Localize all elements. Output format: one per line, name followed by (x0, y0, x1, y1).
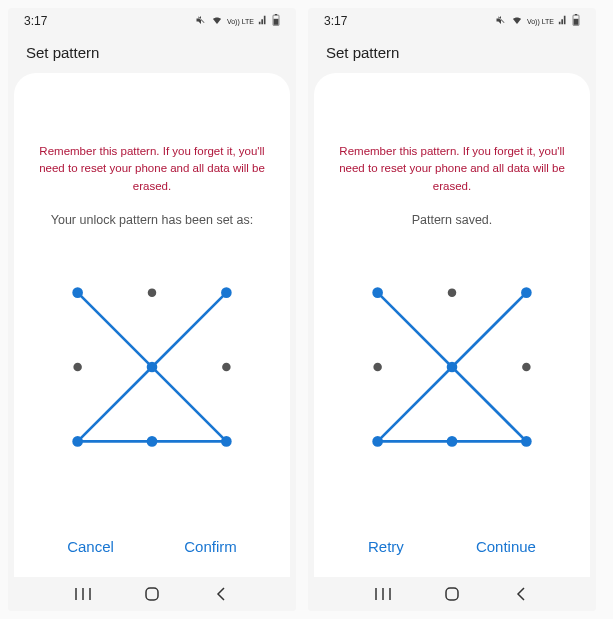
wifi-icon (511, 14, 523, 28)
navigation-bar (8, 577, 296, 611)
clock: 3:17 (24, 14, 47, 28)
page-title: Set pattern (308, 34, 596, 67)
pattern-grid[interactable] (67, 282, 237, 452)
signal-icon (558, 15, 568, 27)
pattern-node-8[interactable] (521, 436, 532, 447)
pattern-node-0[interactable] (72, 287, 83, 298)
pattern-node-1[interactable] (148, 288, 157, 297)
page-title: Set pattern (8, 34, 296, 67)
pattern-node-3[interactable] (73, 363, 82, 372)
pattern-node-4[interactable] (447, 361, 458, 372)
content-card: Remember this pattern. If you forget it,… (314, 73, 590, 577)
battery-icon (272, 14, 280, 28)
warning-text: Remember this pattern. If you forget it,… (32, 143, 272, 195)
status-icons: Vo)) LTE (195, 14, 280, 28)
mute-icon (195, 14, 207, 28)
status-message: Your unlock pattern has been set as: (32, 213, 272, 227)
status-message: Pattern saved. (332, 213, 572, 227)
home-icon[interactable] (443, 585, 461, 603)
phone-screen-1: 3:17 Vo)) LTE Set pattern Remember this … (8, 8, 296, 611)
status-icons: Vo)) LTE (495, 14, 580, 28)
status-bar: 3:17 Vo)) LTE (8, 8, 296, 34)
clock: 3:17 (324, 14, 347, 28)
svg-rect-2 (274, 19, 279, 25)
recents-icon[interactable] (374, 585, 392, 603)
pattern-grid[interactable] (367, 282, 537, 452)
svg-rect-9 (574, 19, 579, 25)
svg-rect-13 (446, 588, 458, 600)
confirm-button[interactable]: Confirm (166, 528, 255, 565)
signal-icon (258, 15, 268, 27)
phone-screen-2: 3:17 Vo)) LTE Set pattern Remember this … (308, 8, 596, 611)
continue-button[interactable]: Continue (458, 528, 554, 565)
content-card: Remember this pattern. If you forget it,… (14, 73, 290, 577)
navigation-bar (308, 577, 596, 611)
action-buttons: Retry Continue (314, 528, 590, 565)
cancel-button[interactable]: Cancel (49, 528, 132, 565)
mute-icon (495, 14, 507, 28)
pattern-node-0[interactable] (372, 287, 383, 298)
action-buttons: Cancel Confirm (14, 528, 290, 565)
pattern-node-6[interactable] (72, 436, 83, 447)
recents-icon[interactable] (74, 585, 92, 603)
pattern-node-2[interactable] (521, 287, 532, 298)
pattern-node-2[interactable] (221, 287, 232, 298)
pattern-node-4[interactable] (147, 361, 158, 372)
svg-rect-1 (275, 14, 277, 15)
warning-text: Remember this pattern. If you forget it,… (332, 143, 572, 195)
pattern-node-3[interactable] (373, 363, 382, 372)
battery-icon (572, 14, 580, 28)
pattern-node-1[interactable] (448, 288, 457, 297)
svg-rect-6 (146, 588, 158, 600)
back-icon[interactable] (212, 585, 230, 603)
home-icon[interactable] (143, 585, 161, 603)
status-bar: 3:17 Vo)) LTE (308, 8, 596, 34)
pattern-node-5[interactable] (222, 363, 231, 372)
pattern-node-7[interactable] (447, 436, 458, 447)
pattern-node-5[interactable] (522, 363, 531, 372)
pattern-node-7[interactable] (147, 436, 158, 447)
wifi-icon (211, 14, 223, 28)
back-icon[interactable] (512, 585, 530, 603)
pattern-node-6[interactable] (372, 436, 383, 447)
retry-button[interactable]: Retry (350, 528, 422, 565)
lte-label: Vo)) LTE (527, 18, 554, 25)
lte-label: Vo)) LTE (227, 18, 254, 25)
pattern-node-8[interactable] (221, 436, 232, 447)
svg-rect-8 (575, 14, 577, 15)
